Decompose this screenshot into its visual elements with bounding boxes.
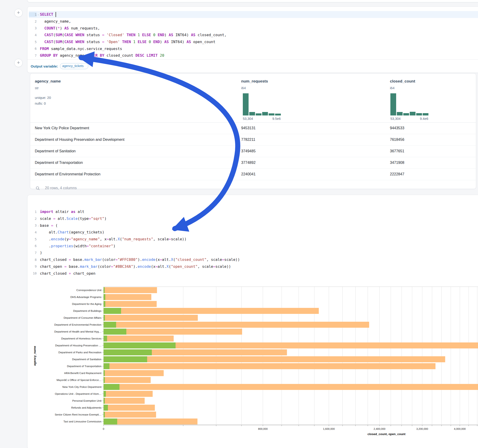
sql-code-editor[interactable]: 1⌄SELECT 2 agency_name,3 COUNT(*) AS num… <box>29 11 478 59</box>
column-header-closed_count[interactable]: closed_count <box>390 79 415 84</box>
add-cell-button-output[interactable]: + <box>14 59 23 67</box>
python-line[interactable]: 9chart_open = base.mark_bar(color="#8BC3… <box>29 263 478 270</box>
y-axis-label: Senior Citizen Rent Increase Exempti… <box>55 413 101 416</box>
table-cell: 3749485 <box>241 145 256 157</box>
code-text: import altair as alt <box>40 210 84 214</box>
bar-closed-count <box>104 308 319 314</box>
notebook-page: + + 1⌄SELECT 2 agency_name,3 COUNT(*) AS… <box>0 0 478 448</box>
table-preview-card: agency_namestrunique: 20nulls: 0num_requ… <box>30 73 476 189</box>
histogram-max-label: 9.4e6 <box>420 117 428 120</box>
sql-line[interactable]: 3 COUNT(*) AS num_requests, <box>29 25 478 31</box>
python-line[interactable]: 2scale = alt.Scale(type="sqrt") <box>29 215 478 222</box>
sql-line[interactable]: 1⌄SELECT <box>29 11 478 18</box>
line-number: 6 <box>29 244 37 248</box>
table-cell: Department of Environmental Protection <box>35 168 101 180</box>
add-cell-button-top[interactable]: + <box>14 9 23 17</box>
bar-closed-count <box>104 398 145 404</box>
column-stat: nulls: 0 <box>35 101 46 105</box>
sql-line[interactable]: 2 agency_name, <box>29 18 478 25</box>
table-cell: 2240041 <box>241 168 256 180</box>
y-axis-label: Department of Housing Preservation … <box>55 344 101 347</box>
code-text: .properties(width="container") <box>40 244 115 248</box>
x-axis-tick-label: 1,600,000 <box>323 428 335 430</box>
fold-chevron-icon[interactable]: ⌄ <box>37 13 40 16</box>
bar-open-count <box>104 315 105 321</box>
line-number: 5 <box>29 237 37 242</box>
y-axis-label: Operations Unit - Department of Hom… <box>55 392 101 395</box>
y-axis-label: Department for the Aging <box>72 303 101 305</box>
search-icon[interactable] <box>36 186 40 190</box>
bar-closed-count <box>104 418 197 424</box>
y-axis-label: Department of Sanitation <box>72 358 101 361</box>
bar-open-count <box>104 308 121 314</box>
sql-line[interactable]: 7GROUP BY agency_name ORDER BY closed_co… <box>29 52 478 59</box>
table-cell: 3774892 <box>241 157 256 168</box>
output-variable-pill[interactable]: agency_tickets <box>60 63 88 69</box>
sql-line[interactable]: 4 CAST(SUM(CASE WHEN status = 'Closed' T… <box>29 31 478 38</box>
table-cell: 9453131 <box>241 122 256 134</box>
python-line[interactable]: 10chart_closed + chart_open <box>29 270 478 277</box>
table-cell: 7782211 <box>241 134 255 145</box>
python-line[interactable]: 4 alt.Chart(agency_tickets) <box>29 229 478 236</box>
code-text: .encode(y="agency_name", x=alt.X("num_re… <box>40 237 187 241</box>
fold-chevron-icon[interactable]: ⌄ <box>37 224 40 227</box>
y-axis-label: Department of Environmental Protection <box>54 323 101 326</box>
table-row[interactable]: Department of Environmental Protection22… <box>30 168 476 180</box>
sql-line[interactable]: 5 CAST(SUM(CASE WHEN status = 'Open' THE… <box>29 38 478 45</box>
bar-closed-count <box>104 294 151 300</box>
x-axis-title: closed_count, open_count <box>368 432 406 436</box>
column-header-agency_name[interactable]: agency_name <box>35 79 61 84</box>
bar-closed-count <box>104 384 478 390</box>
bar-closed-count <box>104 391 153 397</box>
table-row[interactable]: Department of Housing Preservation and D… <box>30 134 476 146</box>
bar-open-count <box>104 384 120 390</box>
bar-closed-count <box>104 322 369 328</box>
bar-closed-count <box>104 287 157 293</box>
code-text: alt.Chart(agency_tickets) <box>40 230 104 234</box>
line-number: 2 <box>29 216 37 221</box>
bar-open-count <box>104 329 126 335</box>
bar-open-count <box>104 418 117 424</box>
code-text: agency_name, <box>40 19 71 24</box>
y-axis-label: DHS Advantage Programs <box>70 296 101 299</box>
code-text: chart_open = base.mark_bar(color="#8BC34… <box>40 264 231 269</box>
python-line[interactable]: 3⌄base = ( <box>29 222 478 229</box>
column-header-num_requests[interactable]: num_requests <box>241 79 268 84</box>
python-line[interactable]: 1import altair as alt <box>29 208 478 215</box>
table-cell: New York City Police Department <box>35 122 89 134</box>
column-type: str <box>35 86 39 90</box>
bar-closed-count <box>104 412 156 417</box>
bar-closed-count <box>104 377 151 383</box>
y-axis-label: Department of Health and Mental Hyg… <box>54 330 101 333</box>
altair-bar-chart: Correspondence UnitDHS Advantage Program… <box>30 284 478 445</box>
line-number: 1 <box>29 210 37 214</box>
bar-open-count <box>104 349 152 355</box>
line-number: 6 <box>29 46 37 51</box>
table-row[interactable]: Department of Transportation377489234719… <box>30 157 476 169</box>
python-line[interactable]: 5 .encode(y="agency_name", x=alt.X("num_… <box>29 236 478 243</box>
line-number: 5 <box>29 40 37 44</box>
python-code-editor[interactable]: 1import altair as alt2scale = alt.Scale(… <box>29 208 478 277</box>
bar-open-count <box>104 287 105 293</box>
table-row[interactable]: New York City Police Department945313194… <box>30 122 476 134</box>
output-variable-label: Output variable: <box>31 64 58 68</box>
table-row[interactable]: Department of Sanitation37494853677651 <box>30 145 476 157</box>
code-text: FROM sample_data.nyc.service_requests <box>40 47 122 51</box>
line-number: 10 <box>29 271 37 276</box>
python-line[interactable]: 6 .properties(width="container") <box>29 243 478 249</box>
bar-open-count <box>104 336 107 342</box>
python-line[interactable]: 7) <box>29 249 478 256</box>
column-type: i64 <box>390 86 395 90</box>
y-axis-label: Department of Homeless Services <box>61 337 102 340</box>
line-number: 7 <box>29 250 37 255</box>
sql-line[interactable]: 6FROM sample_data.nyc.service_requests <box>29 45 478 52</box>
y-axis-label: Mayorâ€ s Office of Special Enforce… <box>57 379 101 381</box>
y-axis-label: New York City Police Department <box>63 386 102 388</box>
table-cell: 2222847 <box>390 168 404 180</box>
x-axis-tick-label: 800,000 <box>258 428 268 430</box>
y-axis-label: Department of Parks and Recreation <box>58 351 101 354</box>
python-line[interactable]: 8chart_closed = base.mark_bar(color="#FF… <box>29 256 478 263</box>
y-axis-label: Department of Buildings <box>73 310 101 312</box>
code-text: CAST(SUM(CASE WHEN status = 'Open' THEN … <box>40 40 215 44</box>
histogram-min-label: 53,304 <box>390 117 401 120</box>
